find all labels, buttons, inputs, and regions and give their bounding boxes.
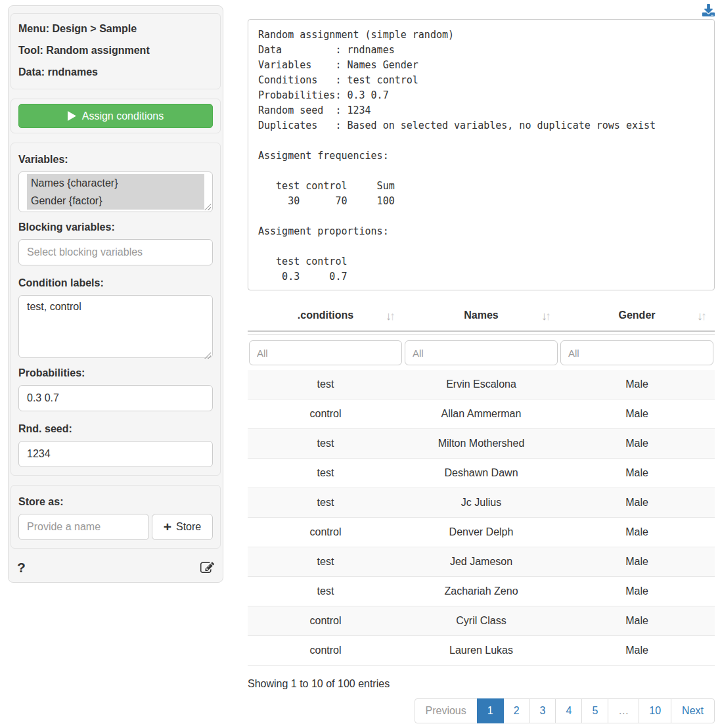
form-panel: Variables: Names {character}Gender {fact… bbox=[11, 143, 221, 476]
table-filter-row bbox=[248, 335, 715, 370]
column-header-label: Gender bbox=[618, 309, 655, 321]
table-cell: control bbox=[248, 518, 403, 547]
column-filter-input[interactable] bbox=[249, 340, 402, 365]
table-cell: Male bbox=[559, 370, 715, 399]
sort-icon[interactable]: ↓↑ bbox=[386, 309, 394, 323]
tool-name: Tool: Random assignment bbox=[18, 45, 213, 57]
table-header-separator bbox=[248, 330, 715, 335]
variables-option[interactable]: Gender {factor} bbox=[27, 192, 204, 210]
table-row: testJed JamesonMale bbox=[248, 547, 715, 577]
table-row: controlCyril ClassMale bbox=[248, 606, 715, 636]
table-cell: Jed Jameson bbox=[403, 547, 559, 577]
table-cell: test bbox=[248, 547, 403, 577]
table-row: testJc JuliusMale bbox=[248, 488, 715, 518]
table-header-row: .conditions↓↑Names↓↑Gender↓↑ bbox=[248, 301, 715, 330]
table-cell: Zachariah Zeno bbox=[403, 577, 559, 606]
table-cell: Denver Delph bbox=[403, 518, 559, 547]
assign-conditions-button[interactable]: Assign conditions bbox=[18, 104, 213, 128]
table-cell: Male bbox=[559, 399, 715, 429]
sort-icon[interactable]: ↓↑ bbox=[697, 309, 705, 323]
page-button-…: … bbox=[608, 698, 639, 723]
store-button[interactable]: + Store bbox=[152, 514, 213, 540]
table-cell: Allan Ammerman bbox=[403, 399, 559, 429]
table-row: controlDenver DelphMale bbox=[248, 518, 715, 547]
report-output: Random assignment (simple random) Data :… bbox=[248, 19, 715, 290]
blocking-variables-label: Blocking variables: bbox=[18, 221, 213, 233]
page-button-3[interactable]: 3 bbox=[529, 698, 556, 723]
resize-handle-icon[interactable] bbox=[204, 204, 211, 210]
main-content: Random assignment (simple random) Data :… bbox=[248, 0, 715, 723]
table-cell: Male bbox=[559, 488, 715, 518]
column-header-conditions[interactable]: .conditions↓↑ bbox=[248, 301, 403, 330]
blocking-variables-input[interactable] bbox=[18, 239, 213, 265]
plus-icon: + bbox=[164, 520, 171, 534]
table-row: testMilton MothershedMale bbox=[248, 429, 715, 459]
table-cell: Deshawn Dawn bbox=[403, 459, 559, 488]
store-as-label: Store as: bbox=[18, 496, 213, 508]
seed-input[interactable] bbox=[18, 441, 213, 467]
column-filter-input[interactable] bbox=[560, 340, 713, 365]
store-panel: Store as: + Store bbox=[11, 485, 221, 549]
download-icon bbox=[702, 4, 715, 16]
table-cell: control bbox=[248, 399, 403, 429]
page-button-10[interactable]: 10 bbox=[639, 698, 671, 723]
probabilities-label: Probabilities: bbox=[18, 367, 213, 379]
table-row: testDeshawn DawnMale bbox=[248, 459, 715, 488]
menu-breadcrumb: Menu: Design > Sample bbox=[18, 23, 213, 35]
variables-listbox[interactable]: Names {character}Gender {factor} bbox=[18, 171, 213, 212]
column-filter-input[interactable] bbox=[405, 340, 558, 365]
table-row: controlLauren LukasMale bbox=[248, 636, 715, 666]
table-cell: control bbox=[248, 606, 403, 636]
table-cell: Male bbox=[559, 547, 715, 577]
table-row: controlAllan AmmermanMale bbox=[248, 399, 715, 429]
page-button-4[interactable]: 4 bbox=[555, 698, 582, 723]
table-cell: test bbox=[248, 488, 403, 518]
dataset-name: Data: rndnames bbox=[18, 66, 213, 78]
table-cell: Jc Julius bbox=[403, 488, 559, 518]
table-row: testZachariah ZenoMale bbox=[248, 577, 715, 606]
table-info: Showing 1 to 10 of 100 entries bbox=[248, 678, 715, 690]
table-cell: Lauren Lukas bbox=[403, 636, 559, 666]
data-table: .conditions↓↑Names↓↑Gender↓↑ testErvin E… bbox=[248, 301, 715, 666]
page-button-5[interactable]: 5 bbox=[581, 698, 608, 723]
toolbar bbox=[248, 0, 715, 19]
table-row: testErvin EscalonaMale bbox=[248, 370, 715, 399]
assign-conditions-label: Assign conditions bbox=[82, 110, 164, 122]
sidebar: Menu: Design > Sample Tool: Random assig… bbox=[8, 5, 223, 583]
table-cell: Male bbox=[559, 518, 715, 547]
store-button-label: Store bbox=[176, 521, 201, 533]
sidebar-footer: ? bbox=[11, 558, 221, 580]
help-icon[interactable]: ? bbox=[17, 560, 26, 576]
seed-label: Rnd. seed: bbox=[18, 423, 213, 435]
page-button-1[interactable]: 1 bbox=[477, 698, 504, 723]
table-body: testErvin EscalonaMalecontrolAllan Ammer… bbox=[248, 370, 715, 666]
edit-report-icon[interactable] bbox=[200, 561, 214, 575]
page-button-2[interactable]: 2 bbox=[503, 698, 530, 723]
table-cell: Male bbox=[559, 606, 715, 636]
summary-panel: Menu: Design > Sample Tool: Random assig… bbox=[11, 13, 221, 89]
column-header-Names[interactable]: Names↓↑ bbox=[403, 301, 559, 330]
sort-up-arrow-icon: ↑ bbox=[545, 309, 549, 323]
table-cell: test bbox=[248, 429, 403, 459]
probabilities-input[interactable] bbox=[18, 385, 213, 411]
table-cell: test bbox=[248, 370, 403, 399]
table-cell: Male bbox=[559, 636, 715, 666]
download-button[interactable] bbox=[702, 4, 715, 16]
page-button-previous: Previous bbox=[415, 698, 478, 723]
sort-up-arrow-icon: ↑ bbox=[390, 309, 394, 323]
table-cell: Milton Mothershed bbox=[403, 429, 559, 459]
table-cell: test bbox=[248, 459, 403, 488]
store-name-input[interactable] bbox=[18, 514, 149, 540]
condition-labels-textarea[interactable]: test, control bbox=[18, 295, 213, 358]
table-cell: Ervin Escalona bbox=[403, 370, 559, 399]
play-icon bbox=[68, 111, 76, 121]
table-cell: control bbox=[248, 636, 403, 666]
sort-up-arrow-icon: ↑ bbox=[701, 309, 705, 323]
column-header-label: Names bbox=[464, 309, 498, 321]
variables-option[interactable]: Names {character} bbox=[27, 174, 204, 192]
table-cell: Male bbox=[559, 577, 715, 606]
sort-icon[interactable]: ↓↑ bbox=[541, 309, 549, 323]
table-cell: test bbox=[248, 577, 403, 606]
page-button-next[interactable]: Next bbox=[671, 698, 715, 723]
column-header-Gender[interactable]: Gender↓↑ bbox=[559, 301, 715, 330]
